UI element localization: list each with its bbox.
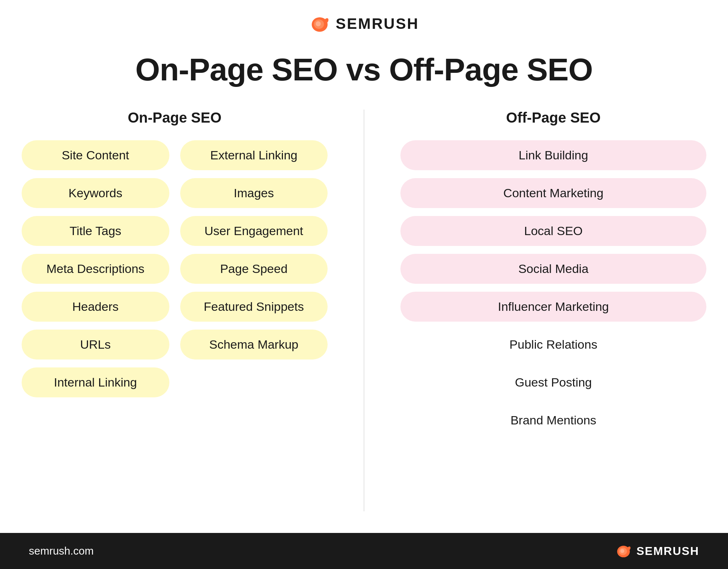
off-page-column-title: Off-Page SEO [506, 110, 600, 126]
page-content: SEMRUSH On-Page SEO vs Off-Page SEO On-P… [0, 0, 728, 533]
list-item: Featured Snippets [180, 292, 328, 322]
column-divider [364, 110, 364, 511]
columns-wrapper: On-Page SEO Site Content External Linkin… [22, 110, 706, 511]
list-item: Site Content [22, 140, 169, 170]
list-item: External Linking [180, 140, 328, 170]
footer-logo-text: SEMRUSH [636, 544, 699, 558]
on-page-grid: Site Content External Linking Keywords I… [22, 140, 328, 397]
list-item: URLs [22, 330, 169, 360]
footer-url: semrush.com [29, 545, 94, 557]
list-item: Guest Posting [400, 367, 706, 397]
footer-logo-icon [615, 543, 632, 559]
list-item: Internal Linking [22, 367, 169, 397]
on-page-column: On-Page SEO Site Content External Linkin… [22, 110, 328, 511]
logo-bar: SEMRUSH [309, 14, 419, 33]
on-page-column-title: On-Page SEO [128, 110, 221, 126]
list-item: Local SEO [400, 216, 706, 246]
list-item: Schema Markup [180, 330, 328, 360]
semrush-logo-icon [309, 14, 330, 33]
logo-text: SEMRUSH [336, 15, 419, 32]
list-item: User Engagement [180, 216, 328, 246]
svg-point-2 [316, 21, 321, 26]
svg-point-5 [620, 549, 624, 553]
list-item: Link Building [400, 140, 706, 170]
list-item: Page Speed [180, 254, 328, 284]
list-item: Influencer Marketing [400, 292, 706, 322]
list-item: Title Tags [22, 216, 169, 246]
list-item: Meta Descriptions [22, 254, 169, 284]
list-item: Social Media [400, 254, 706, 284]
footer-logo: SEMRUSH [615, 543, 699, 559]
list-item: Keywords [22, 178, 169, 208]
list-item: Images [180, 178, 328, 208]
off-page-list: Link Building Content Marketing Local SE… [400, 140, 706, 435]
main-title: On-Page SEO vs Off-Page SEO [136, 51, 593, 88]
list-item: Headers [22, 292, 169, 322]
list-item: Brand Mentions [400, 405, 706, 435]
list-item: Content Marketing [400, 178, 706, 208]
list-item: Public Relations [400, 330, 706, 360]
off-page-column: Off-Page SEO Link Building Content Marke… [400, 110, 706, 511]
footer: semrush.com SEMRUSH [0, 533, 728, 569]
